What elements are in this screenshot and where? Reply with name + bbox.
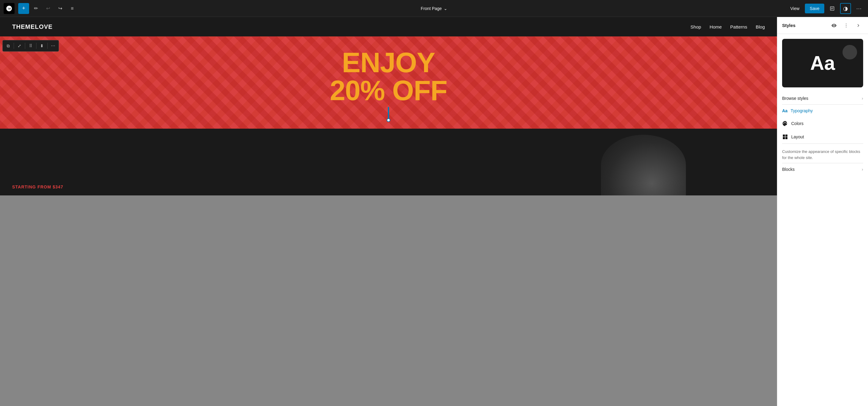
typography-icon: Aa <box>782 108 787 113</box>
site-nav: Shop Home Patterns Blog <box>690 24 765 29</box>
panel-more-button[interactable] <box>841 21 851 30</box>
svg-point-0 <box>846 23 846 24</box>
block-resize-handle[interactable] <box>386 118 390 122</box>
hero-banner: ⧉ ⤢ ⠿ ⬍ ⋯ ENJOY 20% OFF <box>0 36 777 129</box>
panel-header: Styles <box>777 17 868 34</box>
panel-expand-button[interactable] <box>854 21 863 30</box>
bottom-section: STARTING FROM $347 <box>0 129 777 195</box>
colors-item[interactable]: Colors <box>777 117 868 130</box>
typography-label: Typography <box>790 108 813 113</box>
hero-text-line2: 20% OFF <box>330 76 447 104</box>
colors-label: Colors <box>791 121 803 126</box>
layout-item[interactable]: Layout <box>777 130 868 144</box>
more-vertical-icon <box>843 23 849 28</box>
nav-patterns[interactable]: Patterns <box>730 24 747 29</box>
chevron-down-icon: ⌄ <box>444 6 447 11</box>
browse-styles-item[interactable]: Browse styles › <box>777 92 868 104</box>
main-area: THEMELOVE Shop Home Patterns Blog ⧉ ⤢ ⠿ … <box>0 17 868 406</box>
toolbar-left: + ✏ ↩ ↪ ≡ <box>4 3 78 14</box>
panel-header-icons <box>829 21 863 30</box>
eye-icon <box>831 23 837 28</box>
style-preview-box[interactable]: Aa <box>782 39 863 87</box>
view-button[interactable]: View <box>787 4 802 13</box>
style-preview-text: Aa <box>810 52 835 74</box>
layout-label: Layout <box>791 134 804 139</box>
panel-description: Customize the appearance of specific blo… <box>777 144 868 163</box>
starting-price-text: STARTING FROM $347 <box>12 185 63 189</box>
canvas: THEMELOVE Shop Home Patterns Blog ⧉ ⤢ ⠿ … <box>0 17 777 406</box>
typography-item[interactable]: Aa Typography <box>777 105 868 117</box>
drag-block-button[interactable]: ⠿ <box>25 40 36 51</box>
layout-icon <box>782 134 788 140</box>
wp-logo[interactable] <box>4 3 14 14</box>
preview-eye-button[interactable] <box>829 21 839 30</box>
toolbar: + ✏ ↩ ↪ ≡ Front Page ⌄ View Save ◑ ⋯ <box>0 0 868 17</box>
wp-logo-icon <box>6 5 12 12</box>
layout-left: Layout <box>782 134 804 140</box>
list-view-button[interactable]: ≡ <box>67 3 78 14</box>
more-options-button[interactable]: ⋯ <box>854 3 864 14</box>
toolbar-center: Front Page ⌄ <box>417 4 450 13</box>
browse-styles-label: Browse styles <box>782 96 808 101</box>
blocks-chevron: › <box>862 167 863 172</box>
nav-blog[interactable]: Blog <box>756 24 765 29</box>
selected-block[interactable] <box>388 107 389 120</box>
browse-styles-chevron: › <box>862 96 863 101</box>
colors-left: Colors <box>782 121 803 127</box>
colors-icon <box>782 121 788 127</box>
site-header: THEMELOVE Shop Home Patterns Blog <box>0 17 777 36</box>
svg-point-1 <box>846 25 846 26</box>
blocks-item[interactable]: Blocks › <box>777 163 868 176</box>
expand-block-button[interactable]: ⤢ <box>14 40 25 51</box>
block-toolbar: ⧉ ⤢ ⠿ ⬍ ⋯ <box>2 40 59 52</box>
typography-left: Aa Typography <box>782 108 813 113</box>
blocks-label: Blocks <box>782 167 795 172</box>
redo-button[interactable]: ↪ <box>55 3 66 14</box>
duplicate-block-button[interactable]: ⧉ <box>3 40 14 51</box>
responsive-icon <box>830 6 835 11</box>
pen-tool-button[interactable]: ✏ <box>30 3 41 14</box>
expand-icon <box>856 23 861 28</box>
nav-shop[interactable]: Shop <box>690 24 701 29</box>
hero-text-line1: ENJOY <box>342 49 435 76</box>
model-background <box>601 135 686 195</box>
style-preview-circle <box>842 45 857 60</box>
move-block-button[interactable]: ⬍ <box>36 40 48 51</box>
styles-toggle-button[interactable]: ◑ <box>840 3 851 14</box>
half-circle-icon: ◑ <box>843 5 848 12</box>
styles-panel: Styles <box>777 17 868 406</box>
toolbar-right: View Save ◑ ⋯ <box>787 3 864 14</box>
page-title-button[interactable]: Front Page ⌄ <box>417 4 450 13</box>
site-logo: THEMELOVE <box>12 23 53 30</box>
responsive-toggle-button[interactable] <box>827 3 838 14</box>
nav-home[interactable]: Home <box>710 24 722 29</box>
panel-title: Styles <box>782 23 796 28</box>
svg-point-2 <box>846 27 846 27</box>
page-title-text: Front Page <box>421 6 442 11</box>
block-more-button[interactable]: ⋯ <box>48 40 59 51</box>
add-block-button[interactable]: + <box>18 3 29 14</box>
undo-button[interactable]: ↩ <box>42 3 54 14</box>
save-button[interactable]: Save <box>805 4 824 13</box>
